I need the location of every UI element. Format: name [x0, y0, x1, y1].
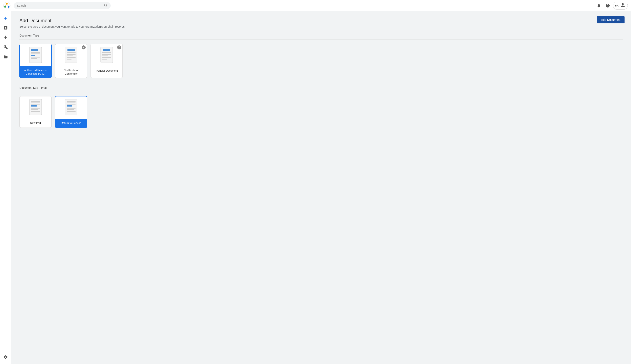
card-coc[interactable]: i Certificate of Conformity — [55, 44, 87, 78]
svg-rect-26 — [102, 54, 111, 55]
document-type-section: Document Type Authorized Release Cer — [20, 34, 623, 78]
search-icon — [104, 4, 107, 8]
user-initials: BA — [615, 4, 619, 7]
card-new-part-label: New Part — [20, 119, 51, 128]
header: BA — [0, 0, 631, 11]
card-rts-label: Return to Service — [55, 119, 87, 128]
svg-rect-43 — [67, 111, 76, 112]
sidebar-item-analytics[interactable] — [1, 24, 10, 32]
card-coc-label: Certificate of Conformity — [55, 66, 87, 78]
svg-point-1 — [6, 3, 8, 5]
svg-rect-15 — [31, 58, 37, 59]
svg-rect-31 — [31, 101, 40, 102]
svg-rect-21 — [67, 57, 76, 58]
search-bar — [14, 2, 111, 9]
svg-rect-24 — [103, 49, 110, 51]
search-input[interactable] — [17, 4, 102, 7]
card-rts-icon-area — [55, 96, 87, 119]
document-sub-type-section: Document Sub - Type New Part — [20, 86, 623, 128]
sidebar-item-settings[interactable] — [1, 353, 10, 362]
app-logo — [3, 2, 11, 9]
svg-rect-13 — [31, 55, 35, 56]
svg-rect-29 — [102, 59, 107, 60]
page-title: Add Document — [20, 18, 623, 24]
notifications-button[interactable] — [595, 2, 602, 9]
sidebar-item-flights[interactable] — [1, 33, 10, 42]
card-arc-icon-area — [20, 44, 51, 66]
card-transfer[interactable]: i Transfer Document — [91, 44, 123, 78]
document-sub-type-cards: New Part Return to Service — [20, 96, 623, 128]
svg-rect-22 — [67, 59, 72, 60]
svg-rect-27 — [102, 56, 108, 56]
document-type-label: Document Type — [20, 34, 623, 37]
header-actions: BA — [595, 2, 628, 10]
svg-rect-12 — [31, 54, 40, 54]
svg-rect-41 — [67, 108, 76, 108]
svg-rect-25 — [102, 52, 111, 53]
document-type-cards: Authorized Release Certificate (ARC) i — [20, 44, 623, 78]
card-arc-label: Authorized Release Certificate (ARC) — [20, 66, 51, 78]
document-type-divider — [20, 40, 623, 40]
account-icon — [620, 2, 625, 9]
svg-rect-32 — [31, 104, 40, 104]
svg-rect-14 — [31, 57, 40, 58]
document-sub-type-label: Document Sub - Type — [20, 86, 623, 90]
svg-rect-40 — [67, 105, 72, 106]
svg-line-8 — [106, 6, 107, 7]
svg-rect-10 — [31, 49, 38, 51]
svg-rect-39 — [67, 104, 76, 104]
card-new-part-icon-area — [20, 96, 51, 119]
document-sub-type-divider — [20, 92, 623, 92]
svg-rect-19 — [67, 54, 76, 55]
svg-rect-35 — [31, 109, 38, 110]
svg-line-4 — [7, 5, 9, 6]
svg-rect-11 — [31, 52, 40, 53]
main-content: Add Document Add Document Select the typ… — [11, 11, 631, 364]
svg-rect-20 — [67, 56, 73, 56]
svg-rect-33 — [31, 105, 37, 106]
svg-rect-34 — [31, 108, 40, 108]
svg-point-7 — [104, 4, 107, 6]
card-return-to-service[interactable]: Return to Service — [55, 96, 87, 128]
page-subtitle: Select the type of document you want to … — [20, 25, 623, 28]
svg-rect-18 — [67, 52, 76, 53]
svg-line-5 — [5, 5, 7, 6]
sidebar: + — [0, 11, 11, 364]
svg-rect-17 — [68, 49, 75, 51]
svg-rect-38 — [67, 101, 76, 102]
sidebar-item-add[interactable]: + — [1, 14, 10, 22]
svg-rect-28 — [102, 57, 111, 58]
help-button[interactable] — [604, 2, 611, 9]
add-document-button[interactable]: Add Document — [597, 16, 624, 24]
svg-rect-42 — [67, 109, 74, 110]
user-badge[interactable]: BA — [613, 2, 628, 10]
card-transfer-info-button[interactable]: i — [117, 46, 121, 50]
svg-rect-36 — [31, 111, 40, 112]
card-transfer-label: Transfer Document — [91, 66, 122, 75]
card-arc[interactable]: Authorized Release Certificate (ARC) — [20, 44, 52, 78]
card-coc-info-button[interactable]: i — [82, 46, 86, 50]
sidebar-item-tools[interactable] — [1, 43, 10, 52]
sidebar-item-folder[interactable] — [1, 52, 10, 61]
card-new-part[interactable]: New Part — [20, 96, 52, 128]
